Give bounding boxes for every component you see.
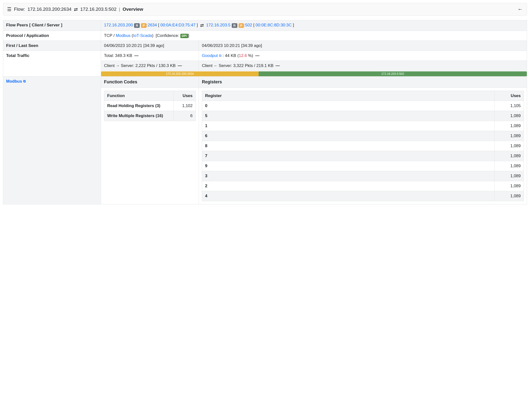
function-uses: 1,102 [174, 101, 196, 111]
register-uses: 1,089 [495, 181, 524, 191]
badge-p: P [141, 23, 147, 28]
register-uses: 1,089 [495, 161, 524, 171]
table-row: 41,089 [202, 191, 524, 201]
table-row: 71,089 [202, 151, 524, 161]
badge-p: P [238, 23, 244, 28]
table-row: 61,089 [202, 131, 524, 141]
goodput-pct: 12.6 [239, 53, 248, 58]
register-header: Register [202, 91, 495, 101]
badge-r: R [134, 23, 140, 28]
arrow-left-icon: ← [214, 64, 219, 68]
back-arrow-icon[interactable]: ← [517, 6, 523, 12]
function-header: Function [104, 91, 174, 101]
client-prefix: Client [202, 63, 212, 68]
flow-label: Flow: [14, 7, 25, 12]
table-row: 01,105 [202, 101, 524, 111]
table-row: 81,089 [202, 141, 524, 151]
register-uses: 1,089 [495, 151, 524, 161]
client-mac-link[interactable]: 00:0A:E4:D3:75:47 [160, 23, 195, 27]
dash-icon: — [177, 63, 182, 68]
server-mac-link[interactable]: 00:0E:8C:8D:30:3C [256, 23, 292, 27]
registers-table: Register Uses 01,10551,08911,08961,08981… [202, 91, 524, 201]
table-row: 91,089 [202, 161, 524, 171]
register-id: 3 [202, 171, 495, 181]
register-uses: 1,089 [495, 131, 524, 141]
table-row: 21,089 [202, 181, 524, 191]
dash-icon: — [254, 53, 259, 58]
arrow-right-icon: → [116, 64, 121, 68]
client-prefix: Client [104, 63, 115, 68]
register-uses: 1,089 [495, 121, 524, 131]
swap-icon: ⇄ [200, 23, 204, 28]
dash-icon: — [275, 63, 280, 68]
register-uses: 1,089 [495, 141, 524, 151]
register-id: 7 [202, 151, 495, 161]
register-id: 1 [202, 121, 495, 131]
table-row: 31,089 [202, 171, 524, 181]
register-uses: 1,089 [495, 171, 524, 181]
register-id: 9 [202, 161, 495, 171]
menu-icon[interactable]: ☰ [7, 7, 12, 12]
server-port-link[interactable]: :502 [244, 23, 252, 27]
uses-header: Uses [174, 91, 196, 101]
swap-icon: ⇄ [74, 7, 78, 12]
protocol-label: Protocol / Application [3, 31, 101, 41]
register-uses: 1,089 [495, 111, 524, 121]
server-ip-link[interactable]: 172.16.203.5 [206, 23, 231, 27]
server-endpoint: 172.16.203.5:502 [80, 7, 117, 12]
dash-icon: — [133, 53, 138, 58]
category-link[interactable]: IoT-Scada [133, 33, 152, 38]
register-uses: 1,105 [495, 101, 524, 111]
last-seen: 04/06/2023 10:20:21 [34:39 ago] [199, 41, 527, 51]
client-to-server: Server: 2,222 Pkts / 130.3 KB [121, 63, 176, 68]
register-id: 8 [202, 141, 495, 151]
transport-text: TCP / [104, 33, 115, 38]
registers-title: Registers [199, 77, 527, 88]
client-ip-link[interactable]: 172.16.203.200 [104, 23, 133, 27]
traffic-label: Total Traffic [3, 51, 101, 77]
bar-client: 172.16.203.200:2634 [101, 71, 259, 76]
register-id: 0 [202, 101, 495, 111]
confidence-badge: DPI [180, 34, 188, 38]
goodput-link[interactable]: Goodput ⧉ [202, 53, 221, 58]
tab-overview[interactable]: Overview [123, 7, 143, 12]
uses-header: Uses [495, 91, 524, 101]
traffic-bar: 172.16.203.200:2634 172.16.203.5:502 [101, 71, 527, 76]
function-uses: 6 [174, 111, 196, 121]
table-row: 51,089 [202, 111, 524, 121]
register-id: 6 [202, 131, 495, 141]
register-id: 2 [202, 181, 495, 191]
goodput-close: %) [248, 53, 253, 58]
table-row: Read Holding Registers (3)1,102 [104, 101, 196, 111]
register-id: 5 [202, 111, 495, 121]
first-seen: 04/06/2023 10:20:21 [34:39 ago] [101, 41, 199, 51]
flow-peers-label: Flow Peers [ Client / Server ] [3, 20, 101, 31]
badge-r: R [232, 23, 237, 28]
confidence-close: ] [188, 33, 189, 38]
function-codes-table: Function Uses Read Holding Registers (3)… [104, 91, 196, 121]
table-row: 11,089 [202, 121, 524, 131]
separator: | [119, 7, 120, 12]
table-row: Write Multiple Registers (16)6 [104, 111, 196, 121]
goodput-value: : 44 KB ( [223, 53, 239, 58]
seen-label: First / Last Seen [3, 41, 101, 51]
bar-server: 172.16.203.5:502 [259, 71, 527, 76]
function-codes-title: Function Codes [101, 77, 199, 88]
register-id: 4 [202, 191, 495, 201]
server-to-client: Server: 3,322 Pkts / 219.1 KB [219, 63, 274, 68]
app-link[interactable]: Modbus [116, 33, 131, 38]
client-port-link[interactable]: :2634 [147, 23, 157, 27]
details-table: Flow Peers [ Client / Server ] 172.16.20… [3, 20, 527, 204]
page-header: ☰ Flow: 172.16.203.200:2634 ⇄ 172.16.203… [3, 3, 527, 16]
client-endpoint: 172.16.203.200:2634 [27, 7, 72, 12]
confidence-label: [Confidence: [156, 33, 179, 38]
function-name: Write Multiple Registers (16) [104, 111, 174, 121]
function-name: Read Holding Registers (3) [104, 101, 174, 111]
total-traffic: Total: 349.3 KB [104, 53, 132, 58]
external-link-icon: ⧉ [219, 54, 221, 57]
modbus-link[interactable]: Modbus ⧉ [6, 79, 26, 84]
register-uses: 1,089 [495, 191, 524, 201]
external-link-icon: ⧉ [23, 79, 26, 83]
